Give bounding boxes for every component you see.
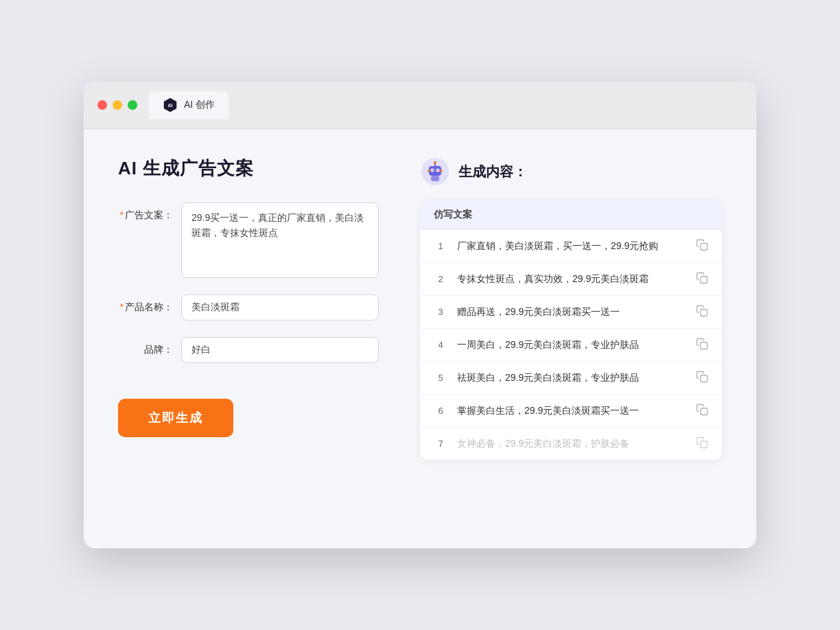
svg-rect-9 xyxy=(431,176,439,181)
svg-point-10 xyxy=(428,170,430,172)
product-name-label: *产品名称： xyxy=(118,294,173,314)
right-panel: 生成内容： 仿写文案 1厂家直销，美白淡斑霜，买一送一，29.9元抢购2专抹女性… xyxy=(420,156,722,460)
copy-icon xyxy=(696,436,708,449)
copy-icon xyxy=(696,404,708,416)
generate-button[interactable]: 立即生成 xyxy=(118,399,233,437)
traffic-lights xyxy=(97,100,137,110)
tab-ai-creation[interactable]: AI AI 创作 xyxy=(148,91,229,119)
brand-label: 品牌： xyxy=(118,337,173,356)
page-title: AI 生成广告文案 xyxy=(118,156,379,180)
ai-tab-icon: AI xyxy=(162,97,178,113)
maximize-button[interactable] xyxy=(128,100,137,110)
copy-button[interactable] xyxy=(696,239,708,253)
table-row: 7女神必备，29.9元美白淡斑霜，护肤必备 xyxy=(420,428,722,460)
row-text: 赠品再送，29.9元美白淡斑霜买一送一 xyxy=(457,306,686,318)
row-number: 2 xyxy=(434,274,447,284)
svg-point-5 xyxy=(432,170,433,171)
results-table: 仿写文案 1厂家直销，美白淡斑霜，买一送一，29.9元抢购2专抹女性斑点，真实功… xyxy=(420,200,722,460)
copy-button[interactable] xyxy=(696,404,708,418)
minimize-button[interactable] xyxy=(113,100,122,110)
table-row: 6掌握美白生活，29.9元美白淡斑霜买一送一 xyxy=(420,395,722,428)
tab-title-label: AI 创作 xyxy=(184,99,215,111)
brand-group: 品牌： xyxy=(118,337,379,363)
svg-rect-17 xyxy=(701,408,708,415)
left-panel: AI 生成广告文案 *广告文案： *产品名称： 品牌： 立即生成 xyxy=(118,156,379,460)
svg-rect-13 xyxy=(701,277,708,283)
copy-icon xyxy=(696,338,708,350)
row-number: 6 xyxy=(434,406,447,416)
svg-rect-14 xyxy=(701,310,708,316)
copy-button[interactable] xyxy=(696,436,708,451)
browser-window: AI AI 创作 AI 生成广告文案 *广告文案： *产品名称： xyxy=(84,82,756,548)
svg-rect-12 xyxy=(701,244,708,250)
svg-rect-16 xyxy=(701,375,708,382)
table-row: 5祛斑美白，29.9元美白淡斑霜，专业护肤品 xyxy=(420,362,722,395)
row-number: 4 xyxy=(434,340,447,350)
ad-copy-group: *广告文案： xyxy=(118,202,379,278)
copy-icon xyxy=(696,239,708,251)
row-text: 厂家直销，美白淡斑霜，买一送一，29.9元抢购 xyxy=(457,240,686,253)
row-text: 女神必备，29.9元美白淡斑霜，护肤必备 xyxy=(457,438,686,450)
row-number: 3 xyxy=(434,307,447,317)
brand-input[interactable] xyxy=(181,337,379,363)
table-row: 4一周美白，29.9元美白淡斑霜，专业护肤品 xyxy=(420,329,722,362)
copy-button[interactable] xyxy=(696,305,708,319)
row-text: 一周美白，29.9元美白淡斑霜，专业护肤品 xyxy=(457,339,686,351)
ad-copy-input[interactable] xyxy=(181,202,379,278)
copy-button[interactable] xyxy=(696,272,708,286)
svg-point-8 xyxy=(434,161,436,164)
table-row: 1厂家直销，美白淡斑霜，买一送一，29.9元抢购 xyxy=(420,230,722,263)
svg-point-11 xyxy=(440,170,443,172)
product-name-input[interactable] xyxy=(181,294,379,320)
ad-copy-label: *广告文案： xyxy=(118,202,173,222)
copy-icon xyxy=(696,305,708,317)
table-row: 2专抹女性斑点，真实功效，29.9元美白淡斑霜 xyxy=(420,263,722,296)
result-title: 生成内容： xyxy=(458,163,527,181)
copy-button[interactable] xyxy=(696,371,708,385)
row-text: 祛斑美白，29.9元美白淡斑霜，专业护肤品 xyxy=(457,372,686,384)
svg-text:AI: AI xyxy=(168,103,173,108)
close-button[interactable] xyxy=(97,100,107,110)
svg-rect-2 xyxy=(429,166,441,176)
row-text: 掌握美白生活，29.9元美白淡斑霜买一送一 xyxy=(457,405,686,417)
copy-icon xyxy=(696,371,708,383)
row-number: 1 xyxy=(434,241,447,251)
row-number: 7 xyxy=(434,439,447,449)
row-number: 5 xyxy=(434,373,447,383)
results-list: 1厂家直销，美白淡斑霜，买一送一，29.9元抢购2专抹女性斑点，真实功效，29.… xyxy=(420,230,722,460)
product-name-group: *产品名称： xyxy=(118,294,379,320)
row-text: 专抹女性斑点，真实功效，29.9元美白淡斑霜 xyxy=(457,273,686,285)
result-header: 生成内容： xyxy=(420,156,722,187)
copy-button[interactable] xyxy=(696,338,708,352)
svg-rect-15 xyxy=(701,342,708,349)
product-name-required: * xyxy=(120,301,124,312)
svg-rect-18 xyxy=(701,441,708,448)
table-header: 仿写文案 xyxy=(420,200,722,230)
robot-icon xyxy=(420,156,450,187)
copy-icon xyxy=(696,272,708,284)
titlebar: AI AI 创作 xyxy=(84,82,756,129)
ad-copy-required: * xyxy=(120,209,124,220)
table-row: 3赠品再送，29.9元美白淡斑霜买一送一 xyxy=(420,296,722,329)
main-content: AI 生成广告文案 *广告文案： *产品名称： 品牌： 立即生成 xyxy=(84,129,756,487)
svg-point-6 xyxy=(437,170,439,171)
